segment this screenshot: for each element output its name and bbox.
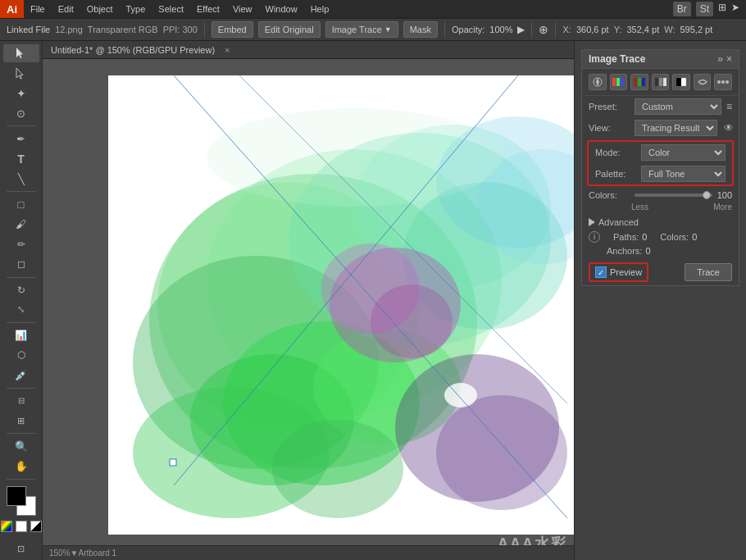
swatch-container [7,486,36,516]
image-trace-button[interactable]: Image Trace ▼ [325,21,398,38]
artboard-tool[interactable]: ⊟ [3,392,39,410]
info-icon: i [589,231,600,243]
y-coord-value: 352,4 pt [626,25,659,34]
artboard-info: Artboard 1 [78,549,116,558]
right-panel: Image Trace » × [574,41,746,560]
svg-rect-28 [612,78,616,86]
tool-separator-7 [7,479,36,480]
panel-header: Image Trace » × [582,50,739,69]
embed-button[interactable]: Embed [212,21,253,38]
zoom-tool[interactable]: 🔍 [3,437,39,455]
preview-checkbox[interactable]: ✓ [595,266,607,278]
canvas-tab: Untitled-1* @ 150% (RGB/GPU Preview) × [43,41,574,59]
eye-icon[interactable]: 👁 [724,122,734,134]
selection-tool[interactable] [3,44,39,62]
graph-tool[interactable]: 📊 [3,326,39,344]
panel-menu-btn[interactable]: » [717,53,723,65]
slice-tool[interactable]: ⊞ [3,412,39,430]
view-select[interactable]: Tracing Result [635,120,717,136]
image-trace-dropdown-icon: ▼ [384,25,392,34]
palette-label: Palette: [595,169,636,179]
bridge-icon[interactable]: Br [673,2,691,16]
colors-slider-thumb[interactable] [703,191,711,199]
colors-slider-track[interactable] [635,193,712,197]
menu-type[interactable]: Type [120,0,152,18]
edit-original-button[interactable]: Edit Original [258,21,321,38]
tool-separator-6 [7,433,36,434]
anchors-label: Anchors: [607,246,642,256]
send-icon[interactable]: ➤ [731,2,739,16]
stats-row-1: i Paths: 0 Colors: 0 [582,230,739,244]
menu-effect[interactable]: Effect [190,0,226,18]
workspace-icon[interactable]: ⊞ [718,2,726,16]
trace-button[interactable]: Trace [685,263,732,281]
rectangle-tool[interactable]: □ [3,195,39,213]
pencil-tool[interactable]: ✏ [3,235,39,253]
colors-row: Colors: 100 [582,188,739,203]
hand-tool[interactable]: ✋ [3,458,39,476]
panel-close-btn[interactable]: × [726,53,732,65]
outline-preset-btn[interactable] [694,74,712,90]
y-coord-label: Y: [614,25,622,34]
paintbrush-tool[interactable]: 🖌 [3,215,39,233]
svg-rect-31 [634,78,637,86]
align-icon[interactable]: ⊕ [539,23,548,36]
mode-select[interactable]: Color [641,144,726,161]
eyedropper-tool[interactable]: 💉 [3,367,39,385]
rotate-tool[interactable]: ↻ [3,280,39,298]
blend-tool[interactable]: ⬡ [3,346,39,364]
magic-wand-tool[interactable]: ✦ [3,84,39,102]
color-mode: Transparent RGB [88,25,158,34]
screen-mode-btn[interactable]: ⊡ [3,539,39,560]
type-tool[interactable]: T [3,150,39,168]
expand-icon[interactable]: ▶ [517,24,525,35]
main-layout: ✦ ⊙ ✒ T ╲ □ 🖌 ✏ ◻ ↻ ⤡ 📊 ⬡ 💉 ⊟ ⊞ 🔍 ✋ [0,41,746,560]
menu-object[interactable]: Object [80,0,120,18]
more-presets-btn[interactable] [714,74,732,90]
color-mode-icon[interactable] [1,521,12,532]
svg-rect-34 [655,78,658,86]
mask-button[interactable]: Mask [403,21,438,38]
grayscale-preset-btn[interactable] [652,74,670,90]
direct-selection-tool[interactable] [3,64,39,82]
anchors-value: 0 [645,246,650,256]
high-color-preset-btn[interactable] [610,74,628,90]
palette-row: Palette: Full Tone [589,163,732,184]
warp-tool[interactable]: ⤡ [3,301,39,319]
x-coord-label: X: [562,25,571,34]
options-bar: Linked File 12.png Transparent RGB PPI: … [0,18,746,41]
preset-select[interactable]: Custom [635,98,721,115]
canvas-tab-close[interactable]: × [225,45,230,55]
tool-separator-3 [7,277,36,278]
menu-help[interactable]: Help [304,0,336,18]
eraser-tool[interactable]: ◻ [3,255,39,273]
menu-window[interactable]: Window [259,0,304,18]
svg-point-41 [726,80,729,84]
line-tool[interactable]: ╲ [3,170,39,188]
view-label: View: [589,123,630,133]
pen-tool[interactable]: ✒ [3,130,39,148]
menu-edit[interactable]: Edit [52,0,80,18]
canvas-tab-title: Untitled-1* @ 150% (RGB/GPU Preview) [51,45,215,55]
auto-color-preset-btn[interactable] [589,74,607,90]
low-color-preset-btn[interactable] [630,74,648,90]
menu-file[interactable]: File [24,0,52,18]
none-icon[interactable] [16,521,27,532]
lasso-tool[interactable]: ⊙ [3,104,39,122]
slider-hints-row: Less More [582,203,739,215]
menu-view[interactable]: View [226,0,259,18]
paths-stat: Paths: 0 [613,232,647,242]
menu-select[interactable]: Select [152,0,190,18]
svg-point-18 [436,395,567,510]
bw-preset-btn[interactable] [672,74,690,90]
tool-separator-1 [7,125,36,126]
svg-point-22 [207,108,502,207]
advanced-row[interactable]: Advanced [582,215,739,230]
stock-icon[interactable]: St [696,2,713,16]
app-logo: Ai [0,0,24,18]
foreground-color-swatch[interactable] [7,486,26,506]
linked-file-label: Linked File [7,25,50,34]
swap-icon[interactable] [30,521,42,532]
preset-menu-icon[interactable]: ≡ [726,101,732,112]
palette-select[interactable]: Full Tone [641,166,726,182]
